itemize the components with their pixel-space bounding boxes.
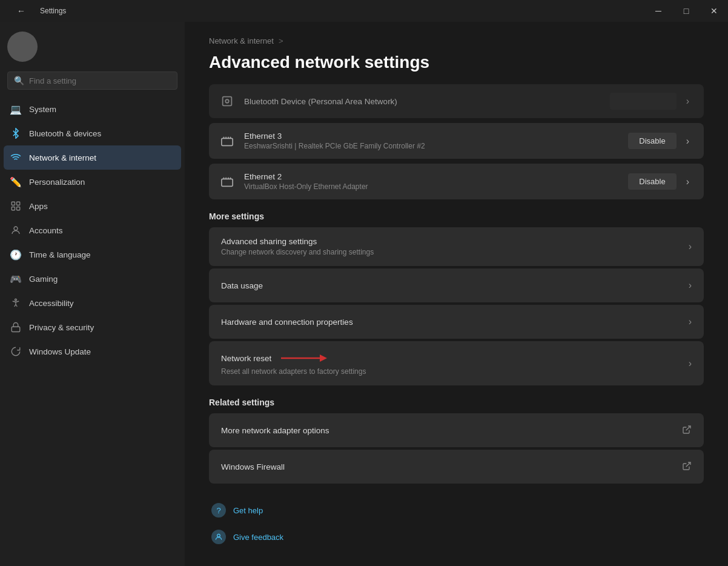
give-feedback-link[interactable]: Give feedback <box>209 525 704 549</box>
advanced-sharing-title: Advanced sharing settings <box>221 237 689 246</box>
svg-line-15 <box>686 462 690 467</box>
hardware-connection-title: Hardware and connection properties <box>221 318 689 327</box>
sidebar-label-time: Time & language <box>29 250 91 259</box>
advanced-sharing-chevron: › <box>689 241 692 252</box>
network-reset-title: Network reset <box>221 354 271 363</box>
get-help-label: Get help <box>233 506 263 515</box>
ethernet3-disable-button[interactable]: Disable <box>628 133 676 149</box>
svg-point-9 <box>225 99 229 103</box>
ethernet2-disable-button[interactable]: Disable <box>628 173 676 190</box>
accounts-icon <box>10 224 22 236</box>
ethernet3-actions: Disable › <box>628 133 694 149</box>
ethernet3-desc: EeshwarSrishti | Realtek PCIe GbE Family… <box>244 142 620 150</box>
bluetooth-device-actions: › <box>610 93 694 110</box>
ethernet3-name: Ethernet 3 <box>244 132 620 141</box>
ethernet2-card[interactable]: Ethernet 2 VirtualBox Host-Only Ethernet… <box>209 164 704 199</box>
more-settings-header: More settings <box>209 211 704 221</box>
close-button[interactable]: ✕ <box>700 0 728 22</box>
ethernet2-desc: VirtualBox Host-Only Ethernet Adapter <box>244 182 620 191</box>
more-adapter-content: More network adapter options <box>221 426 682 435</box>
sidebar-label-privacy: Privacy & security <box>29 323 94 332</box>
bluetooth-device-expand[interactable]: › <box>681 93 694 109</box>
ethernet2-name: Ethernet 2 <box>244 172 620 181</box>
ethernet3-card[interactable]: Ethernet 3 EeshwarSrishti | Realtek PCIe… <box>209 123 704 159</box>
windows-firewall-row[interactable]: Windows Firewall <box>209 450 704 484</box>
data-usage-row[interactable]: Data usage › <box>209 268 704 302</box>
data-usage-content: Data usage <box>221 281 689 290</box>
give-feedback-icon <box>211 530 226 544</box>
breadcrumb-parent[interactable]: Network & internet <box>209 36 274 45</box>
sidebar-item-apps[interactable]: Apps <box>4 194 181 218</box>
breadcrumb: Network & internet > <box>209 22 704 53</box>
ethernet2-expand-button[interactable]: › <box>681 174 694 190</box>
sidebar-label-accessibility: Accessibility <box>29 299 74 308</box>
svg-marker-13 <box>320 355 327 362</box>
ethernet3-expand-button[interactable]: › <box>681 133 694 149</box>
svg-rect-4 <box>17 207 20 210</box>
sidebar-label-update: Windows Update <box>29 347 91 356</box>
hardware-connection-row[interactable]: Hardware and connection properties › <box>209 305 704 339</box>
search-box[interactable]: 🔍 <box>7 72 177 90</box>
sidebar-label-system: System <box>29 105 56 114</box>
search-input[interactable] <box>29 76 171 85</box>
network-reset-desc: Reset all network adapters to factory se… <box>221 367 689 376</box>
red-arrow-indicator <box>279 351 327 365</box>
network-reset-row[interactable]: Network reset Reset all network adapters… <box>209 341 704 385</box>
sidebar-item-privacy[interactable]: Privacy & security <box>4 315 181 339</box>
system-icon: 💻 <box>10 103 22 115</box>
accessibility-icon <box>10 297 22 309</box>
advanced-sharing-content: Advanced sharing settings Change network… <box>221 237 689 256</box>
bluetooth-device-card[interactable]: Bluetooth Device (Personal Area Network)… <box>209 84 704 118</box>
more-adapter-title: More network adapter options <box>221 426 682 435</box>
sidebar-nav: 💻 System Bluetooth & devices <box>0 95 185 366</box>
bluetooth-device-name: Bluetooth Device (Personal Area Network) <box>244 97 601 106</box>
bluetooth-device-info: Bluetooth Device (Personal Area Network) <box>244 97 601 106</box>
ethernet2-info: Ethernet 2 VirtualBox Host-Only Ethernet… <box>244 172 620 191</box>
hardware-connection-chevron: › <box>689 316 692 327</box>
sidebar-item-accessibility[interactable]: Accessibility <box>4 291 181 315</box>
svg-rect-7 <box>12 327 20 331</box>
svg-point-6 <box>15 299 17 301</box>
personalization-icon: ✏️ <box>10 176 22 188</box>
search-icon: 🔍 <box>14 76 24 85</box>
page-title: Advanced network settings <box>209 53 704 72</box>
ethernet2-actions: Disable › <box>628 173 694 190</box>
data-usage-title: Data usage <box>221 281 689 290</box>
maximize-button[interactable]: □ <box>672 0 700 22</box>
sidebar-item-personalization[interactable]: ✏️ Personalization <box>4 170 181 194</box>
advanced-sharing-desc: Change network discovery and sharing set… <box>221 248 689 256</box>
windows-firewall-external-icon <box>682 461 692 473</box>
sidebar-label-accounts: Accounts <box>29 226 63 235</box>
titlebar: ← Settings ─ □ ✕ <box>0 0 728 22</box>
sidebar-item-network[interactable]: Network & internet <box>4 145 181 170</box>
advanced-sharing-row[interactable]: Advanced sharing settings Change network… <box>209 227 704 266</box>
breadcrumb-separator: > <box>279 36 283 45</box>
get-help-link[interactable]: ? Get help <box>209 498 704 522</box>
svg-rect-1 <box>12 202 15 205</box>
minimize-button[interactable]: ─ <box>644 0 672 22</box>
svg-rect-3 <box>12 207 15 210</box>
ethernet3-icon <box>219 133 236 150</box>
privacy-icon <box>10 321 22 333</box>
svg-point-16 <box>217 534 220 537</box>
network-reset-content: Network reset Reset all network adapters… <box>221 351 689 376</box>
more-adapter-row[interactable]: More network adapter options <box>209 413 704 447</box>
ethernet3-info: Ethernet 3 EeshwarSrishti | Realtek PCIe… <box>244 132 620 150</box>
give-feedback-label: Give feedback <box>233 533 283 542</box>
sidebar-item-update[interactable]: Windows Update <box>4 339 181 364</box>
bottom-links: ? Get help Give feedback <box>209 498 704 549</box>
svg-rect-2 <box>17 202 20 205</box>
network-reset-chevron: › <box>689 358 692 369</box>
sidebar-item-gaming[interactable]: 🎮 Gaming <box>4 267 181 291</box>
sidebar-item-bluetooth[interactable]: Bluetooth & devices <box>4 121 181 145</box>
time-icon: 🕐 <box>10 248 22 261</box>
sidebar-item-time[interactable]: 🕐 Time & language <box>4 242 181 267</box>
sidebar-label-bluetooth: Bluetooth & devices <box>29 129 101 138</box>
sidebar-item-system[interactable]: 💻 System <box>4 97 181 121</box>
ethernet2-icon <box>219 173 236 190</box>
sidebar-item-accounts[interactable]: Accounts <box>4 218 181 242</box>
back-button[interactable]: ← <box>7 0 35 22</box>
sidebar-label-apps: Apps <box>29 202 48 211</box>
main-content: Network & internet > Advanced network se… <box>185 22 728 566</box>
sidebar-profile <box>0 22 185 69</box>
